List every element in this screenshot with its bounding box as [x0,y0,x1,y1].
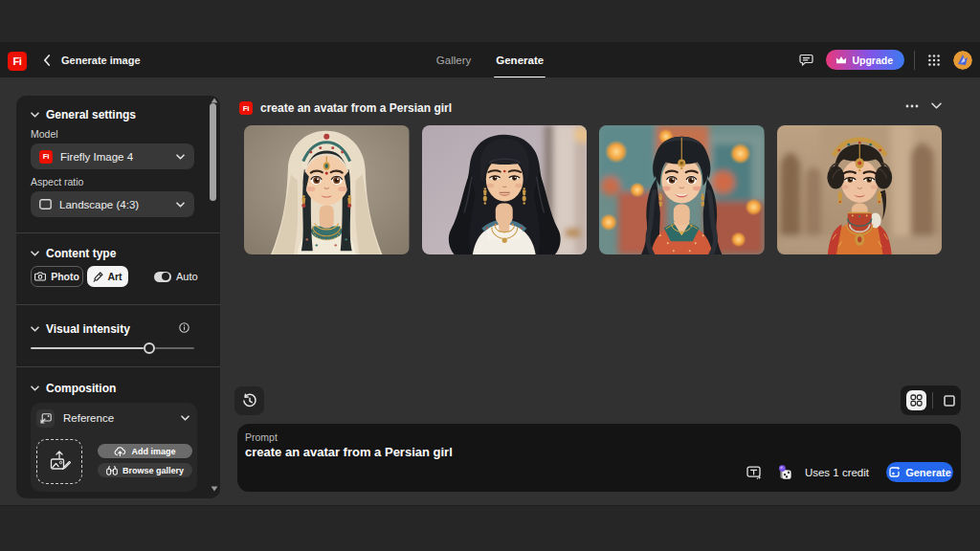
slider-track-empty [155,347,194,349]
user-avatar[interactable] [953,51,972,70]
surprise-me-button[interactable] [776,464,793,481]
single-view-icon [944,395,955,407]
prompt-label: Prompt [245,431,278,443]
speech-bubble-icon [799,54,813,67]
single-view-button[interactable] [939,390,959,410]
chevron-down-icon [176,154,185,160]
generated-image-4[interactable] [777,125,943,254]
grid-view-button[interactable] [906,390,926,410]
dice-icon [776,464,793,481]
aspect-ratio-label: Aspect ratio [31,176,83,187]
prompt-bar-actions: Uses 1 credit Generate [746,462,953,482]
chevron-down-icon [31,386,39,391]
model-dropdown[interactable]: Fi Firefly Image 4 [31,143,194,169]
more-horizontal-icon [905,104,919,108]
settings-panel: General settings Model Fi Firefly Image … [16,96,220,498]
auto-label: Auto [176,271,198,282]
upload-reference-dropzone[interactable] [36,439,82,484]
binoculars-icon [106,466,118,475]
cloud-upload-icon [114,447,126,456]
credits-label: Uses 1 credit [805,467,869,478]
content-type-buttons: Photo Art [31,266,128,287]
text-rewrite-icon [746,465,763,480]
generated-image-1[interactable] [244,125,410,254]
auto-toggle[interactable] [154,272,171,282]
slider-knob[interactable] [144,342,155,354]
view-mode-toggle [901,386,961,415]
collapse-results-button[interactable] [931,102,942,109]
toggle-knob [162,273,170,281]
apps-grid-button[interactable] [924,51,944,70]
grid-view-icon [910,394,923,407]
firefly-result-icon: Fi [239,101,253,115]
bottom-strip [0,505,980,551]
scrollbar-thumb[interactable] [210,103,216,201]
firefly-model-icon: Fi [39,150,53,164]
section-divider [16,232,220,233]
chevron-down-icon [181,415,191,421]
view-toggle-divider [932,392,933,408]
feedback-button[interactable] [795,50,816,71]
aspect-ratio-dropdown[interactable]: Landscape (4:3) [31,191,194,217]
reference-icon [36,409,55,428]
tab-gallery[interactable]: Gallery [436,42,471,77]
avatar-graphic [953,51,972,70]
prompt-input[interactable]: create an avatar from a Persian girl [245,445,453,459]
tab-generate[interactable]: Generate [496,42,544,77]
generated-image-3[interactable] [599,125,765,254]
crown-icon [835,55,847,65]
visual-intensity-slider[interactable] [31,342,194,355]
header-divider [914,51,915,70]
composition-card: Reference Add image [31,403,197,492]
scrollbar-down-arrow[interactable] [210,485,218,493]
reference-dropdown[interactable]: Reference [36,408,191,429]
result-header: Fi create an avatar from a Persian girl [239,100,452,116]
apps-grid-icon [927,54,941,67]
art-button[interactable]: Art [87,266,128,287]
art-brush-icon [93,272,103,282]
header-actions: Upgrade [795,42,972,77]
upload-image-icon [46,449,73,475]
visual-intensity-header[interactable]: Visual intensity [31,322,130,336]
section-divider [16,304,220,305]
firefly-generate-icon [888,466,901,478]
result-actions [905,102,942,109]
photo-button[interactable]: Photo [31,266,83,287]
result-prompt-text: create an avatar from a Persian girl [260,101,452,115]
history-icon [242,393,257,408]
chevron-down-icon [176,202,185,208]
slider-track-filled [31,347,144,349]
generated-images-row [244,125,942,254]
chevron-down-icon [931,102,942,109]
rewrite-prompt-button[interactable] [746,465,763,480]
generate-button[interactable]: Generate [886,462,953,482]
generated-image-2[interactable] [422,125,588,254]
content-type-header[interactable]: Content type [31,247,116,260]
main-area: General settings Model Fi Firefly Image … [0,77,980,505]
browse-gallery-button[interactable]: Browse gallery [98,463,192,477]
info-icon[interactable] [179,322,189,333]
camera-icon [34,272,46,281]
chevron-down-icon [31,326,39,332]
upgrade-button[interactable]: Upgrade [826,50,904,70]
history-button[interactable] [234,386,264,415]
chevron-down-icon [31,251,39,256]
firefly-app: Fi Generate image Gallery Generate Upgra… [0,0,980,551]
add-image-button[interactable]: Add image [98,444,192,458]
composition-header[interactable]: Composition [31,382,116,395]
general-settings-header[interactable]: General settings [31,108,136,121]
prompt-bar[interactable]: Prompt create an avatar from a Persian g… [237,424,961,492]
chevron-down-icon [31,112,39,118]
app-header: Fi Generate image Gallery Generate Upgra… [0,42,980,77]
more-options-button[interactable] [905,104,919,108]
landscape-ratio-icon [39,199,52,209]
section-divider [16,366,220,367]
model-label: Model [31,128,58,140]
